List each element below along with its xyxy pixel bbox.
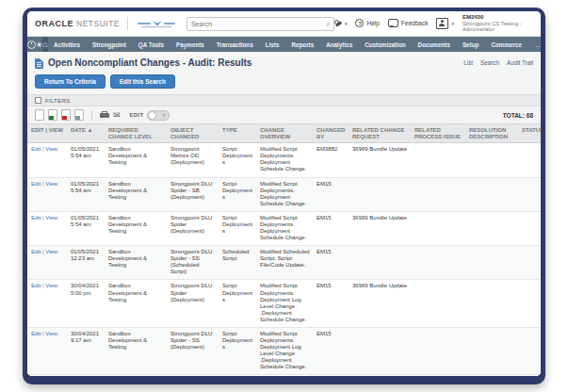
column-header-status[interactable]: STATUS	[518, 124, 541, 142]
cell-required_change_level: Sandbox Development & Testing	[105, 178, 167, 211]
column-header-type[interactable]: TYPE	[219, 124, 256, 142]
cell-required_change_level: Change Request	[105, 375, 167, 376]
edit-link[interactable]: Edit	[31, 283, 41, 288]
help-menu[interactable]: ? Help	[355, 19, 379, 27]
recent-records-button[interactable]	[27, 37, 36, 52]
nav-item-analytics[interactable]: Analytics	[320, 37, 359, 52]
nav-item-transactions[interactable]: Transactions	[210, 37, 259, 52]
view-link[interactable]: View	[45, 215, 57, 220]
column-header-related_change_request[interactable]: RELATED CHANGE REQUEST	[349, 124, 411, 142]
column-header-object_changed[interactable]: OBJECT CHANGED	[167, 124, 219, 142]
search-icon[interactable]: ⌕	[326, 19, 331, 29]
column-header-actions[interactable]: EDIT | VIEW	[27, 124, 67, 142]
cell-date: 29/04/2021 8:55 pm	[67, 375, 105, 376]
search-link[interactable]: Search	[480, 59, 499, 66]
cell-related_change_request	[349, 375, 411, 376]
column-header-change_overview[interactable]: CHANGE OVERVIEW	[256, 124, 313, 142]
global-search: ⌕	[187, 17, 334, 31]
cell-object_changed: Global Permissions (Standard Sublist)	[167, 375, 219, 376]
edit-link[interactable]: Edit	[31, 181, 41, 187]
view-link[interactable]: View	[45, 146, 57, 152]
cell-status	[518, 143, 541, 176]
doc-export-icon[interactable]	[74, 109, 84, 121]
cell-changed_by: EM2206	[313, 375, 349, 376]
view-link[interactable]: View	[45, 249, 57, 254]
cell-related_change_request	[349, 328, 411, 374]
nav-item-reports[interactable]: Reports	[285, 37, 320, 52]
return-to-criteria-button[interactable]: Return To Criteria	[35, 74, 105, 89]
cell-related_process_issue	[411, 328, 465, 374]
cell-type: Script Deployments	[219, 143, 256, 176]
cell-object_changed: Strongpoint DLU Spider (Deployment)	[167, 280, 219, 326]
print-icon[interactable]	[100, 111, 109, 119]
nav-item-setup[interactable]: Setup	[456, 37, 485, 52]
edit-link[interactable]: Edit	[31, 331, 41, 336]
user-icon	[436, 18, 448, 29]
nav-item-customization[interactable]: Customization	[359, 37, 412, 52]
user-id: EM2430	[463, 14, 533, 21]
nav-item-strongpoint[interactable]: Strongpoint	[87, 37, 133, 52]
clock-icon	[27, 41, 36, 49]
user-menu[interactable]: ▾	[436, 18, 454, 29]
cell-status	[518, 212, 541, 245]
filters-bar[interactable]: FILTERS	[27, 94, 541, 106]
cell-object_changed: Strongpoint DLU Spider - SB (Deployment)	[167, 178, 219, 211]
view-link[interactable]: View	[45, 331, 57, 336]
cell-related_change_request	[349, 178, 411, 211]
nav-item-payments[interactable]: Payments	[170, 37, 211, 52]
shortcuts-button[interactable]: ★	[36, 37, 42, 52]
column-header-related_process_issue[interactable]: RELATED PROCESS ISSUE	[411, 124, 465, 142]
main-nav: ★ ⌂ ActivitiesStrongpointQA ToolsPayment…	[27, 37, 541, 52]
audit-trail-link[interactable]: Audit Trail	[507, 59, 533, 66]
edit-link[interactable]: Edit	[31, 215, 41, 220]
edit-toggle-label: EDIT	[130, 112, 144, 118]
cell-required_change_level: Sandbox Development & Testing	[105, 246, 167, 279]
cell-type: Scheduled Script	[219, 246, 256, 279]
cell-status	[518, 246, 541, 279]
csv-export-icon[interactable]	[48, 109, 57, 121]
cell-status	[518, 280, 541, 326]
nav-item-qa-tools[interactable]: QA Tools	[132, 37, 170, 52]
cell-status	[518, 178, 541, 211]
edit-this-search-button[interactable]: Edit this Search	[110, 74, 175, 89]
cell-type: Script Deployments	[219, 328, 256, 374]
cell-related_process_issue	[411, 143, 465, 176]
cell-related_change_request: 36969 Bundle Update	[349, 212, 411, 245]
nav-item-documents[interactable]: Documents	[412, 37, 456, 52]
edit-toggle[interactable]: ✕	[147, 110, 170, 121]
column-header-changed_by[interactable]: CHANGED BY	[313, 124, 349, 142]
cell-date: 01/05/2021 12:23 am	[67, 246, 105, 279]
view-link[interactable]: View	[45, 181, 57, 187]
nav-overflow-button[interactable]: ...	[527, 37, 541, 52]
partner-logo-mark	[136, 18, 177, 29]
quick-tools-menu[interactable]: ▾	[334, 20, 348, 27]
pdf-export-icon[interactable]	[61, 109, 71, 121]
nav-item-lists[interactable]: Lists	[259, 37, 285, 52]
nav-item-activities[interactable]: Activities	[48, 37, 87, 52]
edit-link[interactable]: Edit	[31, 249, 41, 254]
oracle-netsuite-logo: ORACLE NETSUITE	[35, 19, 120, 28]
cell-related_process_issue	[411, 280, 465, 326]
cell-status	[518, 328, 541, 374]
print-friendly-icon[interactable]	[35, 109, 44, 121]
cell-actions: Edit | View	[27, 328, 67, 374]
nav-item-commerce[interactable]: Commerce	[485, 37, 528, 52]
divider	[91, 110, 92, 121]
cell-object_changed: Strongpoint DLU Spider (Deployment)	[167, 212, 219, 245]
cell-change_overview: Modified Scheduled Script. Script File/C…	[256, 246, 313, 279]
email-icon[interactable]: ✉	[113, 110, 121, 120]
nav-items: ActivitiesStrongpointQA ToolsPaymentsTra…	[48, 37, 528, 52]
column-header-date[interactable]: DATE ▲	[67, 124, 105, 142]
feedback-icon	[388, 19, 398, 27]
cell-type: Standard Sublist	[219, 375, 256, 376]
list-link[interactable]: List	[463, 59, 473, 66]
search-input[interactable]	[187, 21, 333, 27]
column-header-resolution_description[interactable]: RESOLUTION DESCRIPTION	[465, 124, 518, 142]
app-window: ORACLE NETSUITE ⌕ ▾	[23, 8, 545, 384]
feedback-menu[interactable]: Feedback	[388, 19, 429, 27]
edit-link[interactable]: Edit	[31, 146, 41, 152]
cell-changed_by: EM3882	[313, 143, 349, 176]
column-header-required_change_level[interactable]: REQUIRED CHANGE LEVEL	[105, 124, 167, 142]
cell-date: 01/05/2021 5:54 am	[67, 143, 105, 176]
view-link[interactable]: View	[45, 283, 57, 288]
